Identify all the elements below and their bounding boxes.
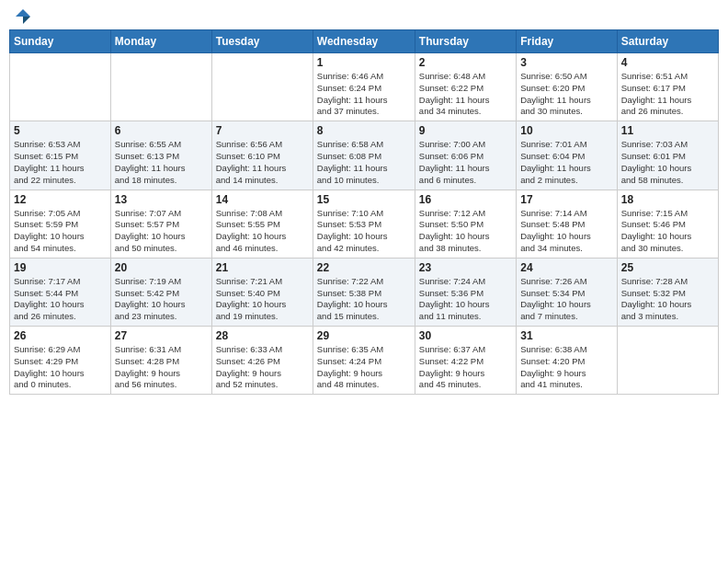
day-info: Sunrise: 7:24 AMSunset: 5:36 PMDaylight:… bbox=[419, 276, 512, 323]
day-number: 8 bbox=[317, 124, 411, 137]
calendar-cell: 28Sunrise: 6:33 AMSunset: 4:26 PMDayligh… bbox=[211, 327, 313, 395]
svg-marker-1 bbox=[23, 17, 30, 24]
day-of-week-header: Friday bbox=[517, 30, 617, 53]
day-number: 29 bbox=[317, 329, 411, 342]
calendar-week-row: 26Sunrise: 6:29 AMSunset: 4:29 PMDayligh… bbox=[10, 327, 719, 395]
calendar-week-row: 5Sunrise: 6:53 AMSunset: 6:15 PMDaylight… bbox=[10, 121, 719, 190]
day-info: Sunrise: 7:07 AMSunset: 5:57 PMDaylight:… bbox=[115, 208, 208, 255]
calendar-cell bbox=[110, 53, 211, 121]
calendar-cell: 19Sunrise: 7:17 AMSunset: 5:44 PMDayligh… bbox=[10, 258, 111, 326]
day-number: 31 bbox=[520, 329, 612, 342]
calendar-cell: 31Sunrise: 6:38 AMSunset: 4:20 PMDayligh… bbox=[517, 327, 617, 395]
day-of-week-header: Saturday bbox=[617, 30, 718, 53]
day-info: Sunrise: 6:51 AMSunset: 6:17 PMDaylight:… bbox=[621, 71, 714, 118]
day-info: Sunrise: 6:53 AMSunset: 6:15 PMDaylight:… bbox=[14, 139, 107, 186]
logo-icon bbox=[14, 7, 32, 26]
day-of-week-header: Sunday bbox=[10, 30, 111, 53]
day-number: 10 bbox=[520, 124, 612, 137]
day-number: 23 bbox=[419, 261, 512, 274]
day-number: 9 bbox=[419, 124, 512, 137]
calendar-cell: 27Sunrise: 6:31 AMSunset: 4:28 PMDayligh… bbox=[110, 327, 211, 395]
day-number: 11 bbox=[621, 124, 714, 137]
day-info: Sunrise: 6:38 AMSunset: 4:20 PMDaylight:… bbox=[520, 344, 612, 391]
day-number: 1 bbox=[317, 56, 411, 69]
day-info: Sunrise: 6:55 AMSunset: 6:13 PMDaylight:… bbox=[115, 139, 208, 186]
day-number: 24 bbox=[520, 261, 612, 274]
day-number: 26 bbox=[14, 329, 107, 342]
svg-marker-0 bbox=[16, 9, 30, 17]
calendar-cell: 26Sunrise: 6:29 AMSunset: 4:29 PMDayligh… bbox=[10, 327, 111, 395]
day-number: 20 bbox=[115, 261, 208, 274]
day-info: Sunrise: 7:28 AMSunset: 5:32 PMDaylight:… bbox=[621, 276, 714, 323]
day-info: Sunrise: 6:48 AMSunset: 6:22 PMDaylight:… bbox=[419, 71, 512, 118]
day-of-week-header: Wednesday bbox=[313, 30, 415, 53]
day-number: 6 bbox=[115, 124, 208, 137]
day-info: Sunrise: 7:01 AMSunset: 6:04 PMDaylight:… bbox=[520, 139, 612, 186]
day-number: 5 bbox=[14, 124, 107, 137]
calendar-cell: 9Sunrise: 7:00 AMSunset: 6:06 PMDaylight… bbox=[415, 121, 516, 190]
day-number: 14 bbox=[216, 193, 309, 206]
calendar-cell: 15Sunrise: 7:10 AMSunset: 5:53 PMDayligh… bbox=[313, 190, 415, 258]
day-number: 3 bbox=[520, 56, 612, 69]
calendar-cell: 13Sunrise: 7:07 AMSunset: 5:57 PMDayligh… bbox=[110, 190, 211, 258]
calendar-week-row: 19Sunrise: 7:17 AMSunset: 5:44 PMDayligh… bbox=[10, 258, 719, 326]
calendar-cell: 24Sunrise: 7:26 AMSunset: 5:34 PMDayligh… bbox=[517, 258, 617, 326]
day-of-week-header: Monday bbox=[110, 30, 211, 53]
day-of-week-header: Thursday bbox=[415, 30, 516, 53]
calendar-cell: 16Sunrise: 7:12 AMSunset: 5:50 PMDayligh… bbox=[415, 190, 516, 258]
calendar-cell: 25Sunrise: 7:28 AMSunset: 5:32 PMDayligh… bbox=[617, 258, 718, 326]
logo bbox=[13, 9, 32, 22]
day-number: 25 bbox=[621, 261, 714, 274]
day-info: Sunrise: 6:33 AMSunset: 4:26 PMDaylight:… bbox=[216, 344, 309, 391]
day-info: Sunrise: 7:10 AMSunset: 5:53 PMDaylight:… bbox=[317, 208, 411, 255]
day-number: 21 bbox=[216, 261, 309, 274]
calendar-cell: 30Sunrise: 6:37 AMSunset: 4:22 PMDayligh… bbox=[415, 327, 516, 395]
day-number: 28 bbox=[216, 329, 309, 342]
calendar-cell: 29Sunrise: 6:35 AMSunset: 4:24 PMDayligh… bbox=[313, 327, 415, 395]
calendar-table: SundayMondayTuesdayWednesdayThursdayFrid… bbox=[9, 29, 719, 395]
day-number: 15 bbox=[317, 193, 411, 206]
calendar-cell: 2Sunrise: 6:48 AMSunset: 6:22 PMDaylight… bbox=[415, 53, 516, 121]
day-of-week-header: Tuesday bbox=[211, 30, 313, 53]
calendar-cell: 11Sunrise: 7:03 AMSunset: 6:01 PMDayligh… bbox=[617, 121, 718, 190]
day-info: Sunrise: 6:37 AMSunset: 4:22 PMDaylight:… bbox=[419, 344, 512, 391]
day-number: 18 bbox=[621, 193, 714, 206]
calendar-cell bbox=[10, 53, 111, 121]
calendar-cell: 14Sunrise: 7:08 AMSunset: 5:55 PMDayligh… bbox=[211, 190, 313, 258]
page-header bbox=[9, 9, 719, 22]
day-info: Sunrise: 6:29 AMSunset: 4:29 PMDaylight:… bbox=[14, 344, 107, 391]
calendar-cell: 22Sunrise: 7:22 AMSunset: 5:38 PMDayligh… bbox=[313, 258, 415, 326]
day-info: Sunrise: 6:58 AMSunset: 6:08 PMDaylight:… bbox=[317, 139, 411, 186]
day-info: Sunrise: 6:31 AMSunset: 4:28 PMDaylight:… bbox=[115, 344, 208, 391]
day-number: 30 bbox=[419, 329, 512, 342]
calendar-cell: 7Sunrise: 6:56 AMSunset: 6:10 PMDaylight… bbox=[211, 121, 313, 190]
day-info: Sunrise: 7:21 AMSunset: 5:40 PMDaylight:… bbox=[216, 276, 309, 323]
calendar-cell: 3Sunrise: 6:50 AMSunset: 6:20 PMDaylight… bbox=[517, 53, 617, 121]
calendar-cell: 1Sunrise: 6:46 AMSunset: 6:24 PMDaylight… bbox=[313, 53, 415, 121]
calendar-cell: 21Sunrise: 7:21 AMSunset: 5:40 PMDayligh… bbox=[211, 258, 313, 326]
day-info: Sunrise: 7:26 AMSunset: 5:34 PMDaylight:… bbox=[520, 276, 612, 323]
calendar-cell bbox=[211, 53, 313, 121]
day-info: Sunrise: 7:05 AMSunset: 5:59 PMDaylight:… bbox=[14, 208, 107, 255]
day-number: 17 bbox=[520, 193, 612, 206]
calendar-cell: 23Sunrise: 7:24 AMSunset: 5:36 PMDayligh… bbox=[415, 258, 516, 326]
calendar-cell bbox=[617, 327, 718, 395]
calendar-cell: 8Sunrise: 6:58 AMSunset: 6:08 PMDaylight… bbox=[313, 121, 415, 190]
day-number: 7 bbox=[216, 124, 309, 137]
day-info: Sunrise: 7:15 AMSunset: 5:46 PMDaylight:… bbox=[621, 208, 714, 255]
calendar-cell: 20Sunrise: 7:19 AMSunset: 5:42 PMDayligh… bbox=[110, 258, 211, 326]
day-info: Sunrise: 7:12 AMSunset: 5:50 PMDaylight:… bbox=[419, 208, 512, 255]
calendar-cell: 5Sunrise: 6:53 AMSunset: 6:15 PMDaylight… bbox=[10, 121, 111, 190]
day-info: Sunrise: 7:17 AMSunset: 5:44 PMDaylight:… bbox=[14, 276, 107, 323]
calendar-cell: 12Sunrise: 7:05 AMSunset: 5:59 PMDayligh… bbox=[10, 190, 111, 258]
calendar-week-row: 12Sunrise: 7:05 AMSunset: 5:59 PMDayligh… bbox=[10, 190, 719, 258]
day-info: Sunrise: 6:46 AMSunset: 6:24 PMDaylight:… bbox=[317, 71, 411, 118]
day-number: 4 bbox=[621, 56, 714, 69]
calendar-week-row: 1Sunrise: 6:46 AMSunset: 6:24 PMDaylight… bbox=[10, 53, 719, 121]
day-info: Sunrise: 6:56 AMSunset: 6:10 PMDaylight:… bbox=[216, 139, 309, 186]
day-info: Sunrise: 7:03 AMSunset: 6:01 PMDaylight:… bbox=[621, 139, 714, 186]
day-number: 19 bbox=[14, 261, 107, 274]
day-info: Sunrise: 7:14 AMSunset: 5:48 PMDaylight:… bbox=[520, 208, 612, 255]
day-number: 16 bbox=[419, 193, 512, 206]
day-info: Sunrise: 6:50 AMSunset: 6:20 PMDaylight:… bbox=[520, 71, 612, 118]
